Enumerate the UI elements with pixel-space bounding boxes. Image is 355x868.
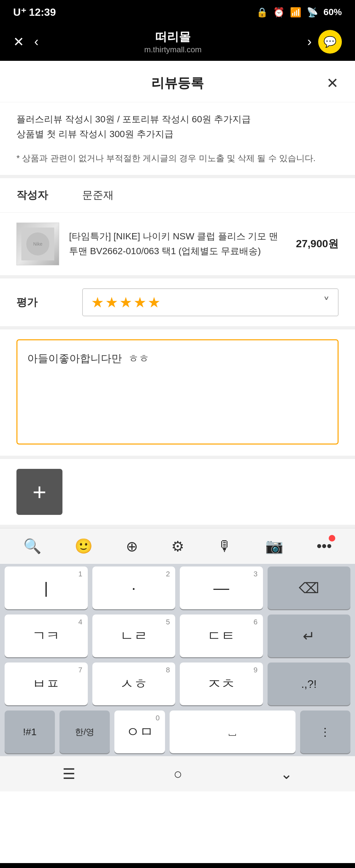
modal-title: 리뷰등록 [151,74,204,92]
options-key[interactable]: ⋮ [300,711,350,753]
move-icon[interactable]: ⊕ [126,538,138,555]
wifi-icon: 📶 [290,7,301,18]
info-section: 플러스리뷰 작성시 30원 / 포토리뷰 작성시 60원 추가지급 상품별 첫 … [0,102,355,145]
signal-icon: 📡 [307,7,318,18]
close-button[interactable]: ✕ [13,34,24,49]
review-section: 아들이좋아합니다만 ㅎㅎ [0,330,355,459]
keyboard-toolbar: 🔍 🙂 ⊕ ⚙ 🎙 📷 ••• [0,528,355,564]
camera-icon[interactable]: 📷 [265,537,283,555]
space-key[interactable]: ⎵ [170,711,295,753]
key-dt[interactable]: 6 ㄷㅌ [180,615,263,657]
product-price: 27,900원 [296,237,338,251]
bonus-text-1: 플러스리뷰 작성시 30원 / 포토리뷰 작성시 60원 추가지급 [17,112,338,127]
keyboard: 1 | 2 · 3 — ⌫ 4 ㄱㅋ 5 ㄴㄹ [0,564,355,756]
carrier-label: U⁺ [13,6,26,19]
emoji-icon[interactable]: 🙂 [75,537,93,555]
back-button[interactable]: ‹ [34,34,38,49]
nav-bar: ✕ ‹ 떠리몰 m.thirtymall.com › 💬 [0,22,355,61]
lang-key[interactable]: 한/영 [60,711,110,753]
add-photo-button[interactable]: + [17,469,62,515]
settings-icon[interactable]: ⚙ [171,538,184,555]
keyboard-row-3: 7 ㅂㅍ 8 ㅅㅎ 9 ㅈㅊ .,?! [0,660,355,708]
key-nr[interactable]: 5 ㄴㄹ [92,615,175,657]
search-icon[interactable]: 🔍 [23,537,41,555]
key-sh[interactable]: 8 ㅅㅎ [92,662,175,705]
site-title: 떠리몰 [144,29,202,45]
modal-close-button[interactable]: ✕ [326,74,338,91]
product-image: Nike [17,223,59,265]
photo-section: + [0,459,355,528]
product-name: [타임특가] [NIKE] 나이키 NSW 클럽 플리스 기모 맨투맨 BV26… [69,229,286,259]
home-icon[interactable]: ○ [173,766,183,782]
back-icon[interactable]: ⌄ [280,766,293,782]
mic-icon[interactable]: 🎙 [218,538,232,554]
enter-key[interactable]: ↵ [267,615,351,657]
svg-text:Nike: Nike [33,241,42,247]
key-gk[interactable]: 4 ㄱㅋ [5,615,88,657]
notification-dot [329,535,335,541]
nav-left: ✕ ‹ [13,34,38,49]
rating-select[interactable]: ★★★★★ ˅ [82,288,338,316]
key-1[interactable]: 1 | [5,566,88,609]
chat-button[interactable]: 💬 [318,30,342,54]
time-label: 12:39 [29,6,56,19]
status-right: 🔒 ⏰ 📶 📡 60% [256,7,342,18]
star-rating: ★★★★★ [91,294,162,311]
key-bp[interactable]: 7 ㅂㅍ [5,662,88,705]
product-thumbnail: Nike [21,227,54,260]
keyboard-row-4: !#1 한/영 0 ㅇㅁ ⎵ ⋮ [0,708,355,756]
author-label: 작성자 [17,188,82,203]
key-jc[interactable]: 9 ㅈㅊ [180,662,263,705]
battery-label: 60% [323,7,342,18]
status-left: U⁺ 12:39 [13,6,56,19]
symbols-key[interactable]: !#1 [5,711,55,753]
author-row: 작성자 문준재 [0,178,355,213]
warning-text: * 상품과 관련이 없거나 부적절한 게시글의 경우 미노출 및 삭제 될 수 … [0,145,355,175]
site-url: m.thirtymall.com [144,45,202,54]
lock-icon: 🔒 [256,7,268,18]
status-bar: U⁺ 12:39 🔒 ⏰ 📶 📡 60% [0,0,355,22]
keyboard-row-1: 1 | 2 · 3 — ⌫ [0,564,355,612]
main-content: 리뷰등록 ✕ 플러스리뷰 작성시 30원 / 포토리뷰 작성시 60원 추가지급… [0,61,355,863]
delete-key[interactable]: ⌫ [267,566,351,609]
review-textarea[interactable]: 아들이좋아합니다만 ㅎㅎ [17,339,338,444]
keyboard-row-2: 4 ㄱㅋ 5 ㄴㄹ 6 ㄷㅌ ↵ [0,612,355,660]
rating-label: 평가 [17,295,82,310]
enter-icon: ↵ [303,628,315,644]
chevron-down-icon[interactable]: ˅ [323,295,330,310]
nav-right: › 💬 [307,30,342,54]
chat-icon: 💬 [323,35,336,48]
alarm-icon: ⏰ [273,7,285,18]
bonus-text-2: 상품별 첫 리뷰 작성시 300원 추가지급 [17,127,338,142]
forward-button[interactable]: › [307,34,312,49]
product-info: [타임특가] [NIKE] 나이키 NSW 클럽 플리스 기모 맨투맨 BV26… [69,229,286,259]
product-image-inner: Nike [17,223,59,265]
product-row: Nike [타임특가] [NIKE] 나이키 NSW 클럽 플리스 기모 맨투맨… [0,213,355,278]
delete-icon: ⌫ [299,580,319,596]
key-2[interactable]: 2 · [92,566,175,609]
punctuation-key[interactable]: .,?! [267,662,351,705]
key-3[interactable]: 3 — [180,566,263,609]
key-om[interactable]: 0 ㅇㅁ [115,711,165,753]
author-name: 문준재 [82,188,114,203]
modal-header: 리뷰등록 ✕ [0,61,355,102]
menu-icon[interactable]: ☰ [62,766,75,782]
nav-center: 떠리몰 m.thirtymall.com [144,29,202,54]
rating-row: 평가 ★★★★★ ˅ [0,278,355,330]
bottom-nav: ☰ ○ ⌄ [0,756,355,792]
plus-icon: + [33,478,46,505]
section-divider-1 [0,175,355,178]
